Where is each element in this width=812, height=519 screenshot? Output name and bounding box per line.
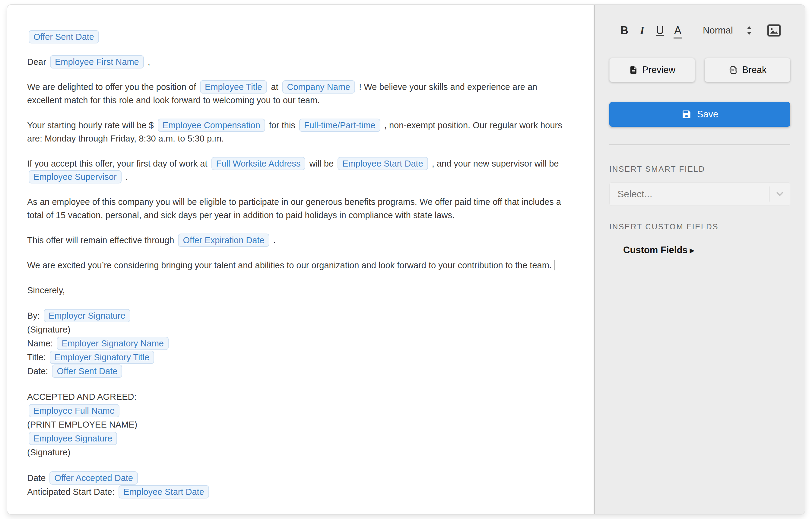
smart-field-token[interactable]: Full-time/Part-time: [299, 119, 380, 132]
sidebar-divider: [609, 144, 790, 145]
document-editor[interactable]: Offer Sent DateDear Employee First Name …: [7, 5, 593, 514]
save-button[interactable]: Save: [609, 102, 790, 127]
paragraph: By: Employer Signature(Signature)Name: E…: [27, 309, 571, 378]
paragraph-text: By:: [27, 311, 42, 320]
bold-button[interactable]: B: [618, 24, 631, 37]
smart-field-token[interactable]: Employee First Name: [50, 55, 144, 68]
break-button[interactable]: Break: [705, 58, 790, 82]
smart-field-token[interactable]: Full Worksite Address: [211, 157, 306, 170]
paragraph-text: (PRINT EMPLOYEE NAME): [27, 420, 137, 429]
paragraph: ACCEPTED AND AGREED:Employee Full Name(P…: [27, 390, 571, 459]
paragraph-text: Date:: [27, 366, 50, 376]
action-buttons-row: Preview Break: [609, 58, 790, 82]
paragraph: Sincerely,: [27, 284, 571, 297]
smart-field-token[interactable]: Employee Full Name: [29, 404, 119, 417]
smart-field-token[interactable]: Employer Signatory Title: [50, 351, 154, 364]
paragraph-text: We are delighted to offer you the positi…: [27, 82, 199, 92]
save-floppy-icon: [682, 109, 692, 119]
paragraph-text: Title:: [27, 352, 48, 362]
smart-field-token[interactable]: Employee Compensation: [158, 119, 265, 132]
paragraph: Offer Sent Date: [27, 30, 571, 44]
insert-smart-field-label: INSERT SMART FIELD: [609, 165, 790, 174]
paragraph-text: (Signature): [27, 448, 70, 457]
text-color-glyph: A: [673, 24, 682, 39]
paragraph: We are delighted to offer you the positi…: [27, 80, 571, 107]
paragraph-text: at: [268, 82, 281, 92]
italic-button[interactable]: I: [636, 24, 648, 37]
smart-field-token[interactable]: Offer Sent Date: [52, 365, 122, 378]
paragraph-text: .: [271, 235, 276, 245]
paragraph-text: , and your new supervisor will be: [430, 159, 559, 168]
save-button-label: Save: [697, 109, 719, 120]
paragraph-text: This offer will remain effective through: [27, 235, 176, 245]
text-color-button[interactable]: A: [672, 24, 684, 37]
paragraph-text: .: [123, 172, 128, 182]
smart-field-token[interactable]: Company Name: [282, 80, 355, 93]
paragraph-text: We are excited you’re considering bringi…: [27, 260, 552, 270]
smart-field-token[interactable]: Employee Signature: [29, 432, 117, 445]
paragraph: Dear Employee First Name ,: [27, 55, 571, 68]
paragraph-text: for this: [267, 120, 298, 130]
preview-document-icon: [629, 65, 638, 75]
paragraph-text: Your starting hourly rate will be $: [27, 120, 156, 130]
paragraph: If you accept this offer, your first day…: [27, 157, 571, 183]
paragraph-style-select[interactable]: Normal: [703, 25, 733, 36]
paragraph-text: will be: [307, 159, 336, 168]
paragraph: Date Offer Accepted DateAnticipated Star…: [27, 471, 571, 499]
editor-sidebar: B I U A Normal Preview: [593, 5, 805, 514]
smart-field-token[interactable]: Employee Title: [200, 80, 267, 93]
text-cursor: [554, 260, 555, 270]
paragraph-text: (Signature): [27, 325, 70, 334]
smart-field-token[interactable]: Employee Start Date: [119, 485, 209, 498]
smart-field-token[interactable]: Employee Start Date: [338, 157, 428, 170]
paragraph-text: ,: [145, 57, 150, 67]
paragraph-text: As an employee of this company you will …: [27, 197, 561, 220]
smart-field-token[interactable]: Offer Expiration Date: [178, 234, 269, 247]
paragraph-text: Name:: [27, 339, 55, 348]
underline-button[interactable]: U: [654, 24, 666, 37]
style-select-arrows-icon[interactable]: [746, 25, 753, 36]
insert-image-button[interactable]: [767, 24, 781, 37]
smart-field-token[interactable]: Offer Accepted Date: [50, 471, 138, 485]
smart-field-select[interactable]: Select...: [609, 182, 790, 206]
page-break-icon: [728, 65, 738, 75]
smart-field-token[interactable]: Employee Supervisor: [29, 170, 121, 183]
custom-fields-link[interactable]: Custom Fields▶: [623, 245, 695, 256]
offer-letter-editor-window: Offer Sent DateDear Employee First Name …: [7, 4, 805, 515]
preview-button-label: Preview: [642, 64, 675, 76]
paragraph-text: ACCEPTED AND AGREED:: [27, 392, 137, 402]
paragraph: We are excited you’re considering bringi…: [27, 259, 571, 272]
paragraph: As an employee of this company you will …: [27, 195, 571, 222]
smart-field-select-placeholder: Select...: [610, 189, 769, 200]
caret-right-icon: ▶: [690, 247, 695, 254]
paragraph-text: Dear: [27, 57, 49, 67]
break-button-label: Break: [742, 64, 767, 76]
smart-field-token[interactable]: Employer Signatory Name: [57, 337, 168, 350]
smart-field-token[interactable]: Employer Signature: [44, 309, 130, 322]
paragraph-text: Sincerely,: [27, 285, 65, 295]
paragraph-text: If you accept this offer, your first day…: [27, 159, 210, 168]
format-toolbar: B I U A Normal: [609, 22, 790, 39]
paragraph: This offer will remain effective through…: [27, 234, 571, 247]
paragraph: Your starting hourly rate will be $ Empl…: [27, 119, 571, 145]
chevron-down-icon[interactable]: [770, 189, 790, 199]
paragraph-text: Anticipated Start Date:: [27, 487, 117, 497]
preview-button[interactable]: Preview: [609, 58, 695, 82]
insert-custom-fields-label: INSERT CUSTOM FIELDS: [609, 222, 790, 231]
paragraph-text: Date: [27, 473, 48, 483]
smart-field-token[interactable]: Offer Sent Date: [29, 30, 99, 44]
custom-fields-link-label: Custom Fields: [623, 245, 688, 255]
